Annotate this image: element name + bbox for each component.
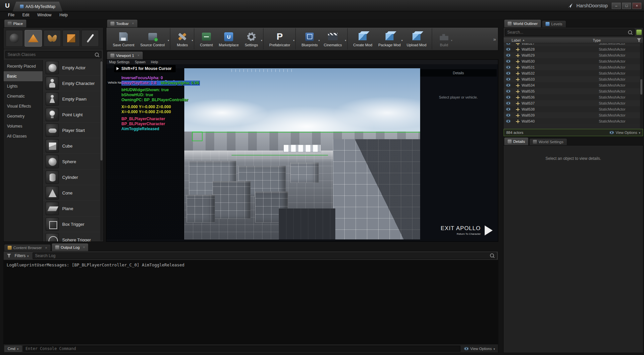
place-item[interactable]: Sphere Trigger (43, 232, 103, 241)
outliner-row[interactable]: Wall528 StaticMeshActor (504, 46, 643, 52)
toolbar-button[interactable]: Content (197, 28, 216, 50)
tab-levels[interactable]: Levels (542, 20, 566, 27)
dropdown-caret-icon[interactable]: ▾ (451, 39, 452, 42)
place-category-item[interactable]: Basic (4, 71, 43, 81)
outliner-row[interactable]: Wall532 StaticMeshActor (504, 70, 643, 76)
place-item[interactable]: Player Start (43, 123, 103, 138)
tab-world-settings[interactable]: World Settings (529, 138, 567, 145)
toolbar-button[interactable]: Settings ▾ (242, 28, 264, 50)
tab-details[interactable]: Details (504, 137, 529, 145)
scrollbar-thumb[interactable] (100, 61, 102, 161)
place-item[interactable]: Point Light (43, 107, 103, 123)
outliner-row[interactable]: Wall533 StaticMeshActor (504, 76, 643, 82)
log-view-options-button[interactable]: View Options (462, 347, 497, 351)
game-menu-item[interactable]: Map Settings (109, 60, 129, 64)
visibility-eye-icon[interactable] (506, 48, 511, 51)
category-tile-geometry[interactable] (63, 30, 80, 47)
place-category-item[interactable]: All Classes (4, 131, 43, 141)
close-button[interactable]: × (632, 3, 641, 9)
place-item[interactable]: Box Trigger (43, 216, 103, 232)
place-category-item[interactable]: Visual Effects (4, 101, 43, 111)
outliner-row[interactable]: Wall531 StaticMeshActor (504, 64, 643, 70)
visibility-eye-icon[interactable] (506, 60, 511, 63)
outliner-scrollbar[interactable] (640, 43, 643, 129)
category-tile-basic[interactable] (25, 30, 42, 47)
visibility-eye-icon[interactable] (506, 54, 511, 57)
visibility-eye-icon[interactable] (506, 43, 511, 45)
dropdown-caret-icon[interactable]: ▾ (261, 39, 262, 42)
outliner-settings-icon[interactable] (636, 30, 642, 35)
minimize-button[interactable]: – (612, 3, 621, 9)
place-category-item[interactable]: Cinematic (4, 91, 43, 101)
toolbar-button[interactable]: Blueprints ▾ (298, 28, 321, 50)
tab-viewport-1[interactable]: Viewport 1 × (107, 51, 143, 59)
place-item[interactable]: Cube (43, 138, 103, 154)
outliner-row[interactable]: Wall538 StaticMeshActor (504, 106, 643, 112)
visibility-eye-icon[interactable] (506, 66, 511, 69)
place-category-item[interactable]: Recently Placed (4, 61, 43, 71)
place-item[interactable]: Sphere (43, 154, 103, 170)
menu-item[interactable]: Edit (18, 11, 33, 19)
place-items-scrollbar[interactable] (100, 61, 103, 241)
output-log-area[interactable]: LogBlueprintUserMessages: [BP_BLPlayerCo… (4, 260, 498, 344)
tab-world-outliner[interactable]: World Outliner (504, 19, 541, 27)
outliner-search-input[interactable] (507, 30, 626, 35)
place-category-item[interactable]: Geometry (4, 111, 43, 121)
place-item[interactable]: Empty Actor (43, 60, 103, 76)
outliner-row[interactable]: Wall539 StaticMeshActor (504, 112, 643, 118)
dropdown-caret-icon[interactable]: ▾ (318, 39, 320, 42)
visibility-eye-icon[interactable] (506, 72, 511, 75)
outliner-row[interactable]: Wall527 StaticMeshActor (504, 43, 643, 46)
outliner-row[interactable]: Wall530 StaticMeshActor (504, 58, 643, 64)
visibility-eye-icon[interactable] (506, 84, 511, 87)
launcher-icon[interactable] (568, 3, 572, 8)
toolbar-button[interactable]: Source Control ▾ (137, 28, 170, 50)
game-menu-item[interactable]: Help (151, 60, 158, 64)
view-options-button[interactable]: View Options (609, 131, 640, 135)
game-menu-item[interactable]: Spawn (135, 60, 145, 64)
outliner-row[interactable]: Wall534 StaticMeshActor (504, 82, 643, 88)
toolbar-button[interactable]: Build ▾ (435, 28, 453, 50)
game-render-area[interactable]: Details Select player or vehicle. Shift+… (106, 64, 497, 239)
toolbar-button[interactable]: Create Mod (350, 28, 375, 50)
tab-close-icon[interactable]: × (83, 245, 85, 249)
toolbar-button[interactable]: Package Mod ▾ (375, 28, 403, 50)
dropdown-caret-icon[interactable]: ▾ (293, 39, 294, 42)
outliner-filter-icon[interactable] (637, 38, 641, 42)
place-item[interactable]: Empty Pawn (43, 91, 103, 107)
outliner-row[interactable]: Wall537 StaticMeshActor (504, 100, 643, 106)
visibility-eye-icon[interactable] (506, 108, 511, 111)
outliner-row[interactable]: Wall535 StaticMeshActor (504, 88, 643, 94)
menu-item[interactable]: File (4, 11, 18, 19)
toolbar-button[interactable]: Modes ▾ (173, 28, 194, 50)
toolbar-button[interactable]: Upload Mod (403, 28, 432, 50)
filters-button[interactable]: Filters (5, 253, 31, 258)
tab-close-icon[interactable]: × (132, 22, 134, 25)
search-log-input[interactable] (35, 253, 488, 258)
type-column-header[interactable]: Type (593, 38, 637, 42)
cmd-button[interactable]: Cmd (5, 346, 22, 352)
dropdown-caret-icon[interactable]: ▾ (192, 39, 193, 42)
tab-close-icon[interactable]: × (137, 54, 139, 57)
exit-apollo-button[interactable]: EXIT APOLLO Return To Character (441, 225, 493, 235)
outliner-row[interactable]: Wall529 StaticMeshActor (504, 52, 643, 58)
category-tile-foliage[interactable] (44, 30, 61, 47)
label-column-header[interactable]: Label ▲ (504, 38, 593, 42)
toolbar-button[interactable]: Marketplace (216, 28, 242, 50)
console-command-input[interactable] (23, 346, 460, 352)
outliner-row[interactable]: Wall536 StaticMeshActor (504, 94, 643, 100)
toolbar-button[interactable]: Prefabricator ▾ (266, 28, 296, 50)
tab-output-log[interactable]: Output Log × (52, 243, 89, 251)
tab-place[interactable]: Place (4, 19, 27, 27)
scrollbar-thumb[interactable] (640, 79, 642, 95)
outliner-row[interactable]: Wall540 StaticMeshActor (504, 118, 643, 124)
category-tile-brush[interactable] (81, 30, 99, 47)
visibility-eye-icon[interactable] (506, 120, 511, 123)
tab-content-browser[interactable]: Content Browser × (4, 244, 51, 251)
maximize-button[interactable]: □ (622, 3, 631, 9)
toolbar-button[interactable]: Cinematics ▾ (321, 28, 347, 50)
category-tile-recent[interactable] (6, 30, 23, 47)
place-item[interactable]: Plane (43, 201, 103, 216)
dropdown-caret-icon[interactable]: ▾ (401, 39, 402, 42)
dropdown-caret-icon[interactable]: ▾ (168, 39, 169, 42)
